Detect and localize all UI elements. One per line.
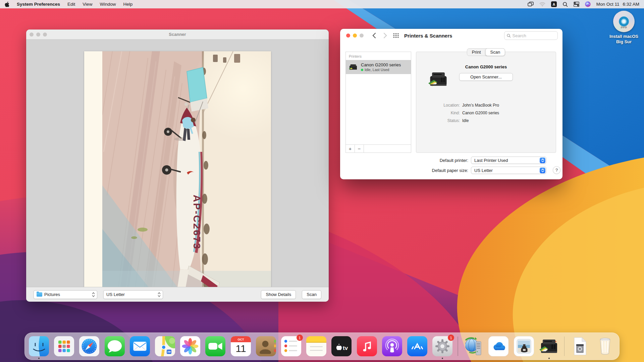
show-all-grid-icon[interactable] — [393, 33, 399, 38]
dock-canonprinter-icon[interactable] — [539, 336, 559, 356]
default-paper-size-value: US Letter — [474, 168, 540, 173]
menu-view[interactable]: View — [83, 2, 92, 7]
scan-destination-value: Pictures — [44, 292, 92, 297]
search-input[interactable] — [513, 33, 555, 38]
show-details-button[interactable]: Show Details — [261, 290, 296, 299]
scanner-window: Scanner — [26, 29, 329, 302]
printer-name: Canon G2000 series — [361, 62, 401, 67]
dock-mail-icon[interactable] — [130, 336, 150, 356]
dock-netserver-icon[interactable] — [463, 336, 483, 356]
search-field[interactable] — [504, 31, 558, 40]
menu-clock[interactable]: Mon Oct 11 6:32 AM — [596, 2, 639, 7]
menu-app-name[interactable]: System Preferences — [17, 2, 60, 7]
dock-notes-icon[interactable] — [306, 336, 326, 356]
tab-scan[interactable]: Scan — [485, 48, 505, 56]
aircraft-registration: AP-C2673 — [192, 195, 203, 250]
dock-music-icon[interactable] — [357, 336, 377, 356]
dock-messages-icon[interactable] — [105, 336, 125, 356]
scanned-page: AP-C2673 — [84, 51, 271, 287]
dock-calendar-icon[interactable]: OCT 11 — [231, 336, 251, 356]
notification-badge: 1 — [297, 335, 303, 341]
open-scanner-button[interactable]: Open Scanner... — [459, 73, 513, 81]
stepper-icon — [92, 292, 95, 297]
dock-onedrive-icon[interactable] — [488, 336, 508, 356]
control-center-icon[interactable] — [574, 0, 579, 8]
dock-scanutility-icon[interactable] — [514, 336, 534, 356]
menu-edit[interactable]: Edit — [67, 2, 75, 7]
install-macos-desktop-icon[interactable]: DVD Install macOS Big Sur — [608, 11, 640, 45]
forward-button[interactable] — [383, 33, 387, 39]
scanner-titlebar[interactable]: Scanner — [26, 29, 329, 40]
dock-photos-icon[interactable] — [180, 336, 200, 356]
remove-printer-button[interactable]: − — [355, 145, 364, 153]
dock-facetime-icon[interactable] — [205, 336, 225, 356]
default-printer-value: Last Printer Used — [474, 158, 540, 163]
location-value: John’s MacBook Pro — [462, 103, 499, 108]
desktop-icon-label: Install macOS Big Sur — [608, 34, 640, 45]
kind-label: Kind: — [416, 111, 460, 115]
default-printer-select[interactable]: Last Printer Used — [471, 157, 546, 164]
zoom-button[interactable] — [360, 34, 364, 38]
input-source-icon[interactable]: A — [551, 0, 557, 8]
dock-divider — [458, 337, 458, 356]
dock-trash-icon[interactable] — [595, 336, 615, 356]
minimize-button[interactable] — [353, 34, 357, 38]
print-scan-tabs: Print Scan — [467, 48, 505, 56]
printer-list: Printers Canon G2000 series Idle, Last U… — [345, 52, 411, 153]
minimize-button[interactable] — [36, 33, 40, 37]
spotlight-icon[interactable] — [562, 0, 568, 8]
svg-text:11: 11 — [235, 343, 246, 354]
svg-text:OCT: OCT — [237, 338, 244, 341]
menu-help[interactable]: Help — [123, 2, 132, 7]
add-printer-button[interactable]: + — [346, 145, 355, 153]
siri-icon[interactable] — [585, 0, 591, 8]
kind-value: Canon G2000 series — [462, 111, 499, 115]
prefs-titlebar[interactable]: Printers & Scanners — [340, 29, 562, 42]
paper-size-select[interactable]: US Letter — [103, 290, 163, 299]
printer-image — [424, 69, 452, 89]
dock-appletv-icon[interactable]: tv — [331, 336, 352, 356]
scan-destination-select[interactable]: Pictures — [34, 290, 97, 299]
notification-badge: 1 — [448, 335, 454, 341]
search-icon — [507, 34, 511, 38]
desktop: System Preferences Edit View Window Help… — [0, 0, 644, 362]
tab-print[interactable]: Print — [467, 49, 486, 56]
svg-text:A: A — [552, 2, 555, 6]
printer-model-name: Canon G2000 series — [416, 64, 556, 69]
dock-sysprefs-icon[interactable]: 1 — [432, 336, 452, 356]
menu-bar: System Preferences Edit View Window Help… — [0, 0, 644, 8]
close-button[interactable] — [346, 34, 350, 38]
printer-list-item[interactable]: Canon G2000 series Idle, Last Used — [346, 60, 411, 74]
dock-finder-icon[interactable] — [29, 336, 49, 356]
dock-reminders-icon[interactable]: 1 — [281, 336, 301, 356]
close-button[interactable] — [30, 33, 34, 37]
scan-button[interactable]: Scan — [302, 290, 321, 299]
dock-diskimage-icon[interactable] — [570, 336, 590, 356]
wifi-icon[interactable] — [539, 0, 545, 8]
help-button[interactable]: ? — [553, 166, 560, 174]
printer-info: Location:John’s MacBook Pro Kind:Canon G… — [416, 103, 556, 123]
scanned-photo: AP-C2673 — [102, 51, 271, 287]
default-paper-size-select[interactable]: US Letter — [471, 167, 546, 174]
status-dot-icon — [361, 69, 363, 71]
menu-window[interactable]: Window — [100, 2, 116, 7]
dock-appstore-icon[interactable] — [407, 336, 427, 356]
default-paper-size-label: Default paper size: — [340, 168, 471, 173]
scan-preview-area: AP-C2673 — [26, 40, 329, 287]
displays-icon[interactable] — [528, 0, 534, 8]
dock-maps-icon[interactable]: 280 — [155, 336, 175, 356]
dock-launchpad-icon[interactable] — [54, 336, 74, 356]
status-value: Idle — [462, 118, 469, 123]
back-button[interactable] — [372, 33, 376, 39]
printer-list-header: Printers — [346, 52, 411, 60]
dock-contacts-icon[interactable] — [256, 336, 276, 356]
dock-safari-icon[interactable] — [79, 336, 99, 356]
paper-size-value: US Letter — [106, 292, 158, 297]
printer-detail-panel: Print Scan Canon G2000 series Open Scann… — [416, 52, 556, 153]
apple-menu-icon[interactable] — [5, 0, 9, 8]
zoom-button[interactable] — [43, 33, 47, 37]
dock-divider — [564, 337, 565, 356]
dock-podcasts-icon[interactable] — [382, 336, 402, 356]
svg-text:tv: tv — [343, 345, 348, 351]
window-title: Scanner — [26, 32, 329, 37]
